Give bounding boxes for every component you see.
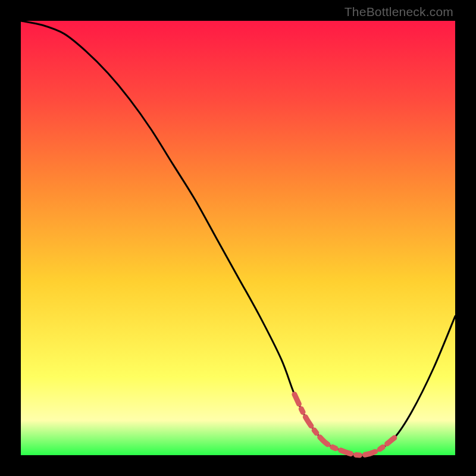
bottleneck-curve-line: [21, 21, 455, 455]
bottleneck-chart: [0, 0, 476, 476]
trough-highlight-line: [295, 394, 394, 455]
